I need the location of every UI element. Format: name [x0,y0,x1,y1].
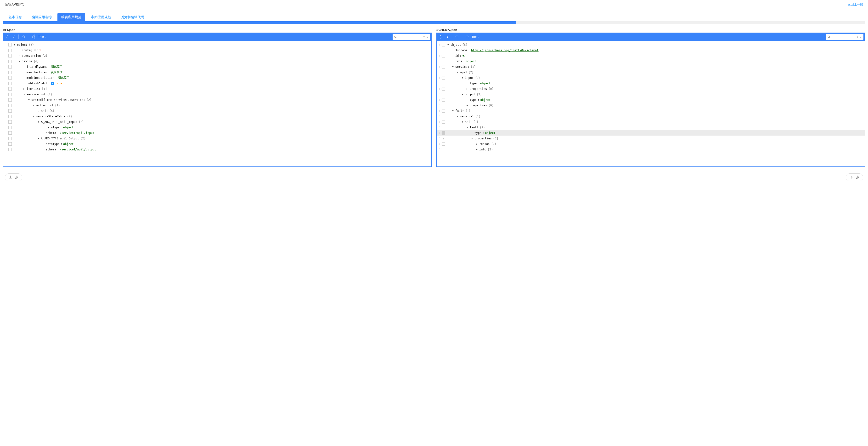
tree-key[interactable]: type [474,131,482,135]
context-menu-icon[interactable] [8,82,12,85]
tree-row[interactable]: ⋮⋮▶iconList[1] [3,86,431,91]
collapse-toggle-icon[interactable]: ▼ [37,137,40,140]
tree-key[interactable]: info [479,148,486,151]
tree-value[interactable]: 1 [39,49,41,52]
tree-row[interactable]: ⋮⋮▶properties{0} [437,102,865,108]
tab-0[interactable]: 基本信息 [5,13,26,21]
drag-handle-icon[interactable]: ⋮⋮ [438,87,441,90]
drag-handle-icon[interactable]: ⋮⋮ [4,142,8,145]
tree-key[interactable]: api1 [460,71,467,74]
tree-key[interactable]: A_ARG_TYPE_api1_Output [41,137,79,140]
tree-row[interactable]: ⋮⋮▶reason{2} [437,141,865,147]
tree-key[interactable]: serviceList [27,93,45,96]
tree-row[interactable]: ⋮⋮schema:/service1/api1/output [3,147,431,152]
drag-handle-icon[interactable]: ⋮⋮ [438,82,441,85]
tree-key[interactable]: object [17,43,27,47]
context-menu-icon[interactable] [8,87,12,91]
tree-row[interactable]: ⋮⋮manufacturer:灵长科技 [3,69,431,75]
drag-handle-icon[interactable]: ⋮⋮ [4,98,8,101]
tree-key[interactable]: object [451,43,461,47]
tree-row[interactable]: ⋮⋮dataType:object [3,124,431,130]
context-menu-icon[interactable] [442,82,445,85]
tree-value[interactable]: 测试应用 [58,76,69,80]
tree-key[interactable]: properties [474,137,492,140]
drag-handle-icon[interactable]: ⋮⋮ [438,126,441,129]
tree-row[interactable]: ⋮⋮type:object [437,81,865,86]
tree-row[interactable]: ⋮⋮type:object [437,58,865,64]
collapse-toggle-icon[interactable]: ▼ [471,137,473,140]
tree-row[interactable]: ⋮⋮id:#/ [437,53,865,58]
context-menu-icon[interactable] [442,76,445,80]
drag-handle-icon[interactable]: ⋮⋮ [4,131,8,135]
collapse-toggle-icon[interactable]: ▼ [452,110,454,112]
collapse-toggle-icon[interactable]: ▼ [447,43,450,46]
drag-handle-icon[interactable]: ⋮⋮ [438,65,441,68]
drag-handle-icon[interactable]: ⋮⋮ [4,76,8,79]
drag-handle-icon[interactable]: ⋮⋮ [438,98,441,101]
tree-row[interactable]: ⋮⋮▼api1{1} [437,119,865,124]
tree-key[interactable]: service1 [455,65,469,68]
search-box[interactable]: ▼ ▲ [393,34,430,40]
tree-key[interactable]: urn:cdif-com:serviceID:service1 [31,98,85,101]
tree-row[interactable]: ⋮⋮▼object{3} [3,42,431,48]
drag-handle-icon[interactable]: ⋮⋮ [438,137,441,140]
drag-handle-icon[interactable]: ⋮⋮ [438,93,441,96]
search-next-icon[interactable]: ▼ [423,36,425,38]
drag-handle-icon[interactable]: ⋮⋮ [4,104,8,107]
drag-handle-icon[interactable]: ⋮⋮ [4,109,8,112]
tree-key[interactable]: fault [455,109,464,113]
tab-3[interactable]: 审阅应用规范 [87,13,115,21]
next-button[interactable]: 下一步 [846,173,863,181]
tree-key[interactable]: schema [46,148,56,151]
tree-row[interactable]: ⋮⋮$schema:http://json-schema.org/draft-0… [437,48,865,53]
context-menu-icon[interactable] [8,126,12,129]
context-menu-icon[interactable] [442,60,445,63]
tree-key[interactable]: type [470,98,476,101]
context-menu-icon[interactable] [8,49,12,52]
drag-handle-icon[interactable]: ⋮⋮ [4,43,8,46]
tree-value[interactable]: 灵长科技 [51,70,62,74]
tree-value[interactable]: object [466,60,476,63]
tree-row[interactable]: ⋮⋮▼actionList{1} [3,102,431,108]
context-menu-icon[interactable] [442,115,445,118]
tree-row[interactable]: ⋮⋮type:object [437,97,865,102]
tree-key[interactable]: A_ARG_TYPE_api1_Input [41,120,77,124]
tree-key[interactable]: specVersion [22,54,41,58]
drag-handle-icon[interactable]: ⋮⋮ [4,148,8,151]
tree-key[interactable]: type [455,60,462,63]
collapse-toggle-icon[interactable]: ▼ [18,60,21,62]
tree-row[interactable]: ⋮⋮dataType:object [3,141,431,147]
search-box[interactable]: ▼ ▲ [826,34,864,40]
search-input[interactable] [831,35,855,38]
context-menu-icon[interactable] [442,43,445,47]
tree-key[interactable]: actionList [36,104,53,107]
tree-key[interactable]: device [22,60,32,63]
tree-key[interactable]: dataType [46,126,60,129]
back-link[interactable]: 返回上一级 [848,2,863,7]
expand-toggle-icon[interactable]: ▶ [475,148,478,151]
tree-value[interactable]: object [480,82,491,85]
tree-key[interactable]: fault [470,126,478,129]
tree-key[interactable]: $schema [455,49,467,52]
search-prev-icon[interactable]: ▲ [426,36,429,38]
drag-handle-icon[interactable]: ⋮⋮ [438,115,441,118]
context-menu-icon[interactable] [8,109,12,113]
context-menu-icon[interactable] [8,93,12,96]
mode-select[interactable]: Tree▾ [37,35,47,38]
collapse-toggle-icon[interactable]: ▼ [456,71,459,73]
context-menu-icon[interactable] [8,115,12,118]
drag-handle-icon[interactable]: ⋮⋮ [438,104,441,107]
tree-row[interactable]: ⋮⋮▼input{2} [437,75,865,81]
drag-handle-icon[interactable]: ⋮⋮ [438,54,441,57]
tree-row[interactable]: ⋮⋮▼serviceStateTable{2} [3,114,431,119]
tree-key[interactable]: friendlyName [27,65,48,68]
drag-handle-icon[interactable]: ⋮⋮ [4,65,8,68]
tree-row[interactable]: ⋮⋮type:object [437,130,865,136]
drag-handle-icon[interactable]: ⋮⋮ [438,71,441,74]
context-menu-icon[interactable] [442,65,445,68]
tree-row[interactable]: ⋮⋮▼service1{1} [437,114,865,119]
tree-row[interactable]: ⋮⋮▼device{6} [3,58,431,64]
drag-handle-icon[interactable]: ⋮⋮ [438,60,441,63]
drag-handle-icon[interactable]: ⋮⋮ [438,142,441,145]
tree-value[interactable]: object [480,98,491,101]
